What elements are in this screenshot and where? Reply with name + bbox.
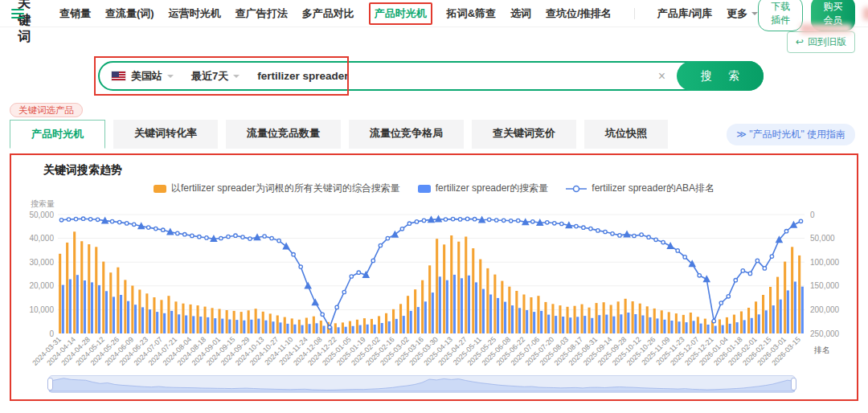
redacted-user-info: [863, 7, 868, 20]
x-axis-labels: 2024-03-312024-04-142024-04-282024-05-12…: [31, 335, 802, 367]
nav-item-more[interactable]: 更多: [727, 6, 758, 21]
event-triangle-marker: [311, 298, 319, 305]
legend-item-0[interactable]: 以fertilizer spreader为词根的所有关键词的综合搜索量: [154, 182, 400, 195]
event-triangle-marker: [282, 242, 290, 249]
chevron-down-icon: [751, 12, 758, 18]
us-flag-icon: [111, 71, 126, 81]
svg-text:50,000: 50,000: [29, 211, 54, 219]
legend-label: fertilizer spreader的搜索量: [436, 182, 549, 195]
legend-item-2[interactable]: fertilizer spreader的ABA排名: [566, 182, 714, 195]
nav-item-ops-time-machine[interactable]: 运营时光机: [169, 6, 221, 21]
svg-text:30,000: 30,000: [29, 258, 54, 267]
svg-text:搜索量: 搜索量: [31, 199, 55, 208]
svg-text:排名: 排名: [813, 346, 830, 354]
event-triangle-marker: [666, 242, 674, 249]
return-icon: ↩: [796, 36, 804, 47]
tab-keyword-bid-lookup[interactable]: 查关键词竞价: [472, 120, 576, 149]
nav-item-product-word-library[interactable]: 产品库/词库: [657, 6, 713, 21]
event-triangle-marker: [435, 215, 443, 222]
tab-traffic-slot-competition[interactable]: 流量位竞争格局: [349, 120, 464, 149]
clear-input-icon[interactable]: ×: [658, 69, 665, 84]
legend-swatch: [418, 185, 431, 193]
y-axis-left: 搜索量50,00040,00030,00020,00010,0000: [29, 199, 55, 338]
chart-title: 关键词搜索趋势: [21, 162, 847, 179]
trend-chart: 搜索量50,00040,00030,00020,00010,0000050,00…: [21, 197, 847, 374]
legend-label: fertilizer spreader的ABA排名: [592, 182, 714, 195]
main-menu: 查销量查流量(词)运营时光机查广告打法多产品对比产品时光机拓词&筛查选词查坑位/…: [59, 2, 758, 25]
nav-item-word-expand-filter[interactable]: 拓词&筛查: [447, 6, 496, 21]
site-select[interactable]: 美国站: [131, 69, 174, 84]
chevron-down-icon: [167, 75, 174, 81]
download-plugin-button[interactable]: 下载插件: [758, 0, 803, 31]
date-range-value: 最近7天: [191, 69, 228, 84]
search-bar: 美国站 最近7天 × 搜 索: [98, 61, 764, 91]
datazoom-mini-chart: [49, 376, 795, 392]
keyword-input[interactable]: [257, 70, 647, 82]
svg-text:50,000: 50,000: [810, 234, 835, 243]
event-triangle-marker: [790, 221, 798, 228]
datazoom-right-handle[interactable]: [791, 378, 796, 391]
nav-item-word-select[interactable]: 选词: [510, 6, 531, 21]
legend-item-1[interactable]: fertilizer spreader的搜索量: [418, 182, 549, 195]
chart-legend: 以fertilizer spreader为词根的所有关键词的综合搜索量ferti…: [21, 179, 847, 197]
date-range-select[interactable]: 最近7天: [191, 69, 240, 84]
event-triangle-marker: [304, 282, 312, 289]
event-triangle-marker: [391, 231, 399, 238]
event-triangle-marker: [702, 275, 710, 282]
keyword-volume-bars: [62, 275, 804, 333]
tag-row: 关键词选产品: [0, 100, 868, 120]
tab-traffic-slot-competitor-count[interactable]: 流量位竞品数量: [226, 120, 341, 149]
back-to-old-version-button[interactable]: ↩ 回到旧版: [787, 31, 855, 53]
svg-text:150,000: 150,000: [810, 281, 840, 290]
tab-product-time-machine[interactable]: 产品时光机: [10, 120, 105, 149]
datazoom-left-handle[interactable]: [47, 378, 53, 391]
keyword-trend-card: 关键词搜索趋势 以fertilizer spreader为词根的所有关键词的综合…: [10, 153, 858, 401]
tab-slot-snapshot[interactable]: 坑位快照: [584, 120, 668, 149]
svg-text:0: 0: [810, 211, 815, 219]
tab-keyword-conversion-rate[interactable]: 关键词转化率: [113, 120, 218, 149]
nav-item-sales-lookup[interactable]: 查销量: [59, 6, 91, 21]
tab-bar: 产品时光机关键词转化率流量位竞品数量流量位竞争格局查关键词竞价坑位快照: [10, 120, 668, 149]
back-to-old-label: 回到旧版: [808, 35, 846, 49]
top-nav: Sif 关键词 查销量查流量(词)运营时光机查广告打法多产品对比产品时光机拓词&…: [0, 0, 868, 27]
svg-text:250,000: 250,000: [810, 329, 840, 338]
legend-label: 以fertilizer spreader为词根的所有关键词的综合搜索量: [171, 182, 400, 195]
legend-line-marker: [566, 185, 587, 193]
secondary-toolbar: ↩ 回到旧版: [0, 27, 868, 56]
nav-item-product-time-machine[interactable]: 产品时光机: [369, 2, 432, 25]
event-triangle-marker: [623, 230, 631, 237]
site-select-value: 美国站: [131, 69, 162, 84]
nav-item-traffic-word-lookup[interactable]: 查流量(词): [105, 6, 154, 21]
usage-guide-link[interactable]: ≫ "产品时光机" 使用指南: [727, 124, 855, 145]
search-button[interactable]: 搜 索: [677, 61, 764, 91]
redacted-user-info-2: [800, 24, 852, 34]
svg-text:40,000: 40,000: [29, 234, 54, 243]
divider: [634, 8, 635, 19]
search-section: 美国站 最近7天 × 搜 索: [0, 56, 868, 100]
tabs-row: 产品时光机关键词转化率流量位竞品数量流量位竞争格局查关键词竞价坑位快照 ≫ "产…: [0, 120, 868, 149]
svg-text:0: 0: [49, 329, 54, 338]
double-chevron-icon: ≫: [736, 129, 747, 140]
trend-chart-svg: 搜索量50,00040,00030,00020,00010,0000050,00…: [21, 197, 847, 370]
svg-text:10,000: 10,000: [29, 305, 54, 314]
nav-item-ad-strategy-lookup[interactable]: 查广告打法: [235, 6, 288, 21]
nav-item-multi-product-compare[interactable]: 多产品对比: [302, 6, 354, 21]
svg-text:200,000: 200,000: [810, 305, 840, 314]
svg-text:20,000: 20,000: [29, 281, 54, 290]
nav-item-slot-rank-lookup[interactable]: 查坑位/推排名: [546, 6, 612, 21]
datazoom-slider[interactable]: [48, 375, 796, 393]
legend-swatch: [154, 185, 166, 193]
chevron-down-icon: [233, 75, 240, 81]
usage-guide-label: "产品时光机" 使用指南: [749, 129, 845, 140]
svg-text:100,000: 100,000: [810, 258, 840, 267]
keyword-pick-product-tag: 关键词选产品: [10, 103, 83, 117]
aggregate-volume-bars: [59, 231, 800, 333]
y-axis-right: 050,000100,000150,000200,000250,000排名: [810, 211, 840, 355]
